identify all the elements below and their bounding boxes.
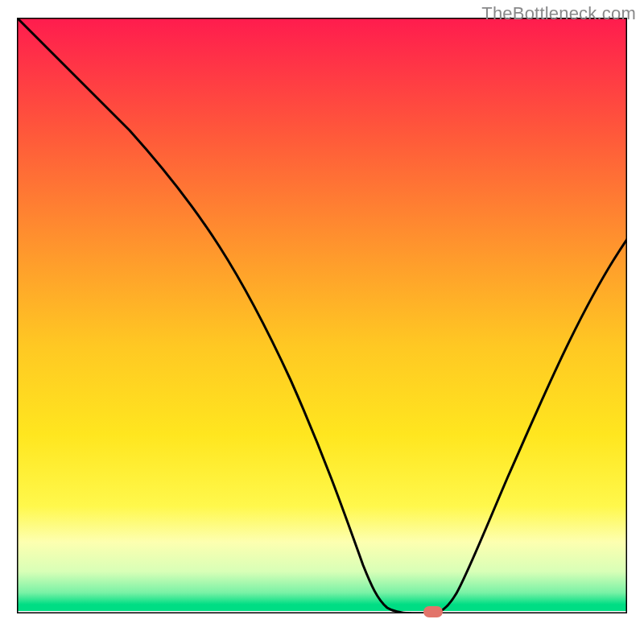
min-marker — [423, 606, 443, 617]
gradient-background — [17, 18, 627, 613]
chart-svg — [17, 18, 627, 613]
chart-container: TheBottleneck.com — [0, 0, 644, 644]
plot-area — [17, 18, 627, 613]
watermark-text: TheBottleneck.com — [481, 3, 636, 24]
